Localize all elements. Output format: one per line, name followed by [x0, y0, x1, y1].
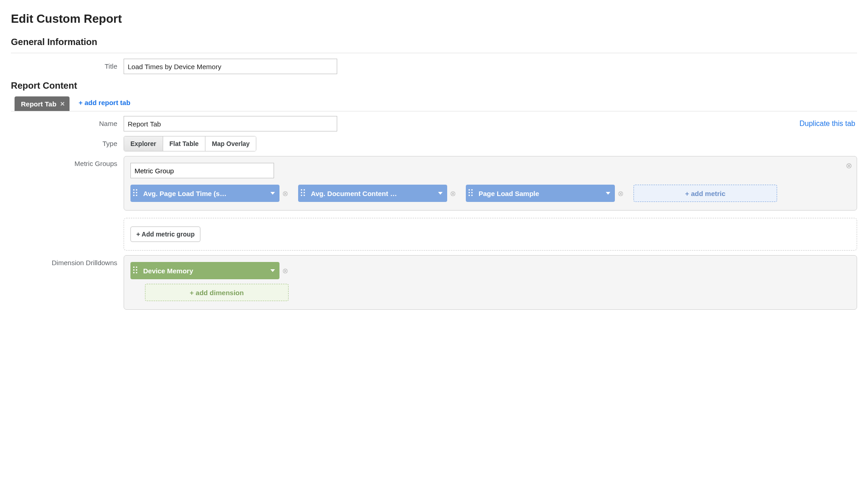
- title-label: Title: [11, 59, 124, 74]
- remove-dimension-icon[interactable]: ⊗: [282, 267, 288, 275]
- drag-handle-icon[interactable]: [133, 189, 140, 197]
- metric-group-name-input[interactable]: [130, 163, 274, 178]
- metric-pill[interactable]: Page Load Sample: [466, 185, 615, 202]
- add-metric-group-button[interactable]: + Add metric group: [130, 226, 200, 242]
- report-tab-label: Report Tab: [21, 100, 56, 108]
- metric-label: Page Load Sample: [479, 190, 602, 197]
- remove-metric-group-icon[interactable]: ⊗: [846, 161, 852, 171]
- metric-item-1: Avg. Document Content … ⊗: [298, 185, 456, 202]
- drag-handle-icon[interactable]: [133, 267, 140, 275]
- divider: [11, 53, 857, 53]
- chevron-down-icon[interactable]: [606, 192, 610, 195]
- close-icon[interactable]: ✕: [60, 101, 65, 107]
- metric-label: Avg. Page Load Time (s…: [143, 190, 267, 197]
- metric-item-2: Page Load Sample ⊗: [466, 185, 624, 202]
- add-metric-group-panel: + Add metric group: [124, 218, 857, 251]
- type-option-explorer[interactable]: Explorer: [124, 136, 163, 151]
- report-tab-chip[interactable]: Report Tab ✕: [15, 96, 70, 111]
- type-option-map-overlay[interactable]: Map Overlay: [205, 136, 256, 151]
- dimension-pill[interactable]: Device Memory: [130, 262, 279, 279]
- remove-metric-icon[interactable]: ⊗: [282, 189, 288, 198]
- type-option-flat-table[interactable]: Flat Table: [163, 136, 205, 151]
- duplicate-tab-link[interactable]: Duplicate this tab: [799, 120, 857, 128]
- metric-item-0: Avg. Page Load Time (s… ⊗: [130, 185, 288, 202]
- report-name-input[interactable]: [124, 116, 337, 131]
- name-label: Name: [11, 116, 124, 131]
- add-report-tab-link[interactable]: + add report tab: [79, 99, 130, 109]
- title-input[interactable]: [124, 59, 337, 74]
- add-dimension-button[interactable]: + add dimension: [145, 284, 289, 301]
- drag-handle-icon[interactable]: [469, 189, 475, 197]
- metric-pill[interactable]: Avg. Page Load Time (s…: [130, 185, 279, 202]
- metric-groups-label: Metric Groups: [11, 156, 124, 171]
- metric-label: Avg. Document Content …: [311, 190, 434, 197]
- type-segmented-control: Explorer Flat Table Map Overlay: [124, 136, 256, 151]
- chevron-down-icon[interactable]: [270, 269, 275, 272]
- metric-group-panel: ⊗ Avg. Page Load Time (s… ⊗ Avg. Documen…: [124, 156, 857, 211]
- section-general-heading: General Information: [11, 37, 857, 50]
- metric-pill[interactable]: Avg. Document Content …: [298, 185, 447, 202]
- remove-metric-icon[interactable]: ⊗: [618, 189, 624, 198]
- remove-metric-icon[interactable]: ⊗: [450, 189, 456, 198]
- dimension-label: Device Memory: [143, 267, 267, 275]
- drag-handle-icon[interactable]: [301, 189, 307, 197]
- add-metric-button[interactable]: + add metric: [634, 185, 777, 202]
- dimension-drilldowns-label: Dimension Drilldowns: [11, 255, 124, 271]
- chevron-down-icon[interactable]: [270, 192, 275, 195]
- dimension-item-0: Device Memory ⊗: [130, 262, 288, 279]
- page-title: Edit Custom Report: [11, 12, 857, 26]
- type-label: Type: [11, 136, 124, 151]
- report-tabs-strip: Report Tab ✕ + add report tab: [11, 96, 857, 111]
- section-content-heading: Report Content: [11, 80, 857, 94]
- dimension-drilldowns-panel: Device Memory ⊗ + add dimension: [124, 255, 857, 310]
- chevron-down-icon[interactable]: [438, 192, 443, 195]
